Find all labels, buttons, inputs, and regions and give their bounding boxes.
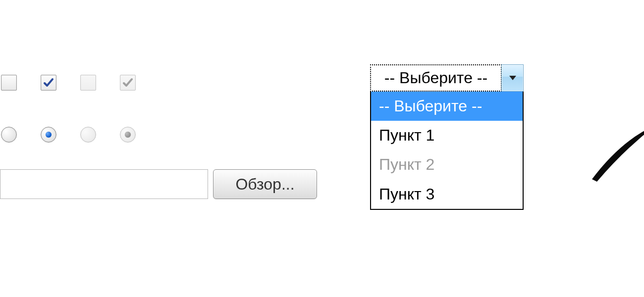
checkbox-3-disabled — [80, 75, 96, 91]
triangle-down-icon — [509, 76, 516, 80]
checkbox-1[interactable] — [1, 75, 17, 91]
select-display: -- Выберите -- — [370, 64, 502, 92]
select-option-3[interactable]: Пункт 3 — [371, 180, 523, 209]
select-option-2-disabled: Пункт 2 — [371, 150, 523, 179]
file-path-input[interactable] — [0, 169, 208, 199]
select-listbox[interactable]: -- Выберите -- Пункт 1 Пункт 2 Пункт 3 — [370, 92, 524, 210]
chevron-down-icon[interactable] — [501, 64, 524, 92]
select-choose[interactable]: -- Выберите -- -- Выберите -- Пункт 1 Пу… — [370, 64, 524, 210]
radio-2-selected[interactable] — [41, 127, 56, 143]
radio-1[interactable] — [1, 127, 17, 143]
checkbox-2-checked[interactable] — [41, 75, 56, 91]
browse-button[interactable]: Обзор... — [213, 169, 317, 199]
select-head[interactable]: -- Выберите -- — [370, 64, 524, 92]
select-option-1[interactable]: Пункт 1 — [371, 121, 523, 150]
radio-dot-icon — [125, 132, 131, 138]
checkbox-4-disabled-checked — [120, 75, 136, 91]
checkmark-icon — [122, 77, 134, 89]
radio-4-disabled-selected — [120, 127, 136, 143]
decorative-swoosh-icon — [577, 120, 644, 199]
radio-3-disabled — [80, 127, 96, 143]
radio-dot-icon — [46, 132, 52, 138]
checkmark-icon — [43, 77, 54, 89]
select-option-placeholder[interactable]: -- Выберите -- — [371, 92, 523, 121]
